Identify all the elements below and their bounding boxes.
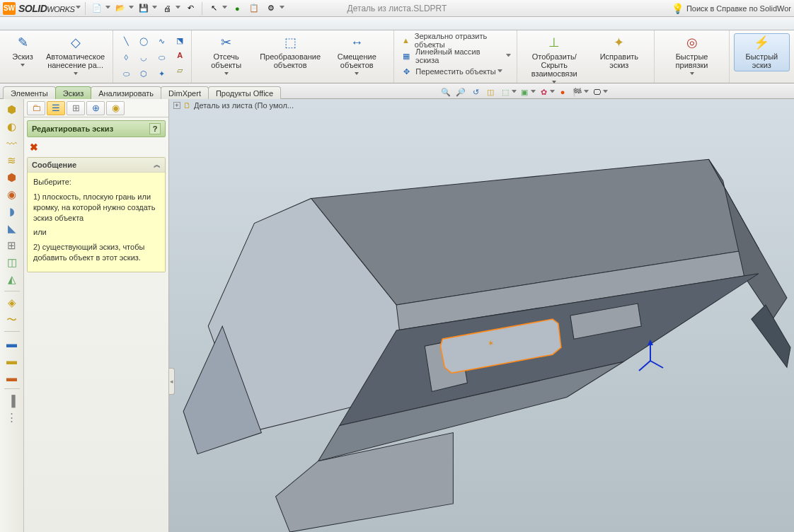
slot-tool[interactable]: ⬭: [117, 66, 134, 81]
dim-tab[interactable]: ⊕: [86, 101, 105, 115]
dropdown-icon[interactable]: [280, 6, 284, 11]
ellipse-tool[interactable]: ⬭: [153, 50, 170, 65]
mirror-entities-button[interactable]: ▲Зеркально отразить объекты: [398, 33, 512, 47]
config-tab[interactable]: ⊞: [67, 101, 85, 115]
dropdown-icon[interactable]: [105, 6, 110, 11]
line-tool[interactable]: ╲: [117, 33, 134, 49]
dropdown-icon[interactable]: [550, 90, 555, 95]
dropdown-icon[interactable]: [497, 69, 502, 74]
dropdown-icon: [74, 72, 78, 75]
display-style-icon[interactable]: ▣: [517, 85, 531, 99]
dropdown-icon[interactable]: [603, 90, 608, 95]
view-orient-icon[interactable]: ⬚: [498, 85, 512, 99]
dropdown-icon[interactable]: [512, 90, 517, 95]
message-header[interactable]: Сообщение ︽: [28, 158, 165, 173]
zoom-area-icon[interactable]: 🔎: [454, 85, 468, 99]
snaps-icon: ◎: [684, 35, 700, 51]
shell-icon[interactable]: ◫: [3, 255, 21, 270]
plane-tool[interactable]: ▱: [173, 63, 187, 77]
tab-evaluate[interactable]: Анализировать: [91, 86, 161, 99]
sweep-icon[interactable]: 〰: [3, 136, 21, 151]
hole-icon[interactable]: ◉: [3, 187, 21, 202]
rectangle-tool[interactable]: ◊: [117, 50, 134, 65]
revolve-icon[interactable]: ◐: [3, 119, 21, 134]
cut-icon[interactable]: ⬢: [3, 170, 21, 185]
help-search[interactable]: 💡 Поиск в Справке по SolidWor: [672, 3, 791, 14]
quick-snaps-button[interactable]: ◎ Быстрые привязки: [659, 33, 724, 77]
zoom-fit-icon[interactable]: 🔍: [439, 85, 453, 99]
fm-tree-tab[interactable]: 🗀: [27, 101, 45, 115]
dropdown-icon[interactable]: [152, 6, 157, 11]
settings-button[interactable]: ⚙: [264, 1, 278, 16]
sketch-label: Эскиз: [12, 52, 33, 61]
sheet3-icon[interactable]: ▬: [3, 369, 21, 385]
polygon-tool[interactable]: ⬡: [135, 66, 152, 81]
dropdown-icon[interactable]: [129, 6, 134, 11]
sketch-button[interactable]: ✎ Эскиз: [4, 33, 41, 69]
rib-icon[interactable]: ⊞: [3, 238, 21, 253]
new-file-button[interactable]: 📄: [90, 1, 104, 16]
tab-features[interactable]: Элементы: [3, 86, 56, 99]
point-tool[interactable]: ✦: [153, 66, 170, 81]
dropdown-icon[interactable]: [506, 54, 511, 59]
section-view-icon[interactable]: ◫: [483, 85, 497, 99]
rebuild-button[interactable]: ●: [230, 1, 244, 16]
pattern-feat-icon[interactable]: ⋮: [3, 410, 21, 425]
appearance-icon[interactable]: ●: [556, 85, 570, 99]
loft-icon[interactable]: ≋: [3, 153, 21, 168]
app-logo: SW: [3, 2, 16, 15]
tab-sketch[interactable]: Эскиз: [55, 86, 91, 99]
dropdown-icon: [552, 81, 556, 83]
refgeom-icon[interactable]: ◈: [3, 295, 21, 311]
options-button[interactable]: 📋: [247, 1, 261, 16]
move-entities-button[interactable]: ✥Переместить объекты: [398, 64, 512, 79]
print-button[interactable]: 🖨: [160, 1, 174, 16]
dropdown-icon[interactable]: [222, 6, 227, 11]
pm-tab[interactable]: ☰: [47, 101, 65, 115]
dropdown-icon[interactable]: [584, 90, 589, 95]
offset-button[interactable]: ↔ Смещение объектов: [324, 33, 389, 77]
menu-dropdown-icon[interactable]: [76, 6, 81, 11]
trim-button[interactable]: ✂ Отсечь объекты: [196, 33, 256, 77]
pm-cancel[interactable]: ✖: [27, 140, 166, 154]
document-title: Деталь из листа.SLDPRT: [347, 4, 447, 13]
draft-icon[interactable]: ◭: [3, 272, 21, 287]
fillet-icon[interactable]: ◗: [3, 204, 21, 219]
help-button[interactable]: ?: [149, 123, 161, 134]
tab-dimxpert[interactable]: DimXpert: [161, 86, 209, 99]
spline-tool[interactable]: ∿: [153, 33, 170, 49]
message-box: Сообщение ︽ Выберите: 1) плоскость, плос…: [27, 157, 166, 272]
hide-show-icon[interactable]: ✿: [536, 85, 551, 99]
arc-tool[interactable]: ◡: [135, 50, 152, 65]
rapid-sketch-button[interactable]: ⚡ Быстрый эскиз: [734, 33, 790, 71]
circle-tool[interactable]: ◯: [135, 33, 152, 49]
smart-dimension-button[interactable]: ◇ Автоматическое нанесение ра...: [42, 33, 108, 77]
convert-button[interactable]: ⬚ Преобразование объектов: [258, 33, 323, 71]
mirror-feat-icon[interactable]: ▐: [3, 393, 21, 408]
ribbon: ✎ Эскиз ◇ Автоматическое нанесение ра...…: [0, 30, 794, 83]
scene-icon[interactable]: 🏁: [570, 85, 585, 99]
linear-pattern-button[interactable]: ▦Линейный массив эскиза: [398, 49, 512, 63]
msg-line: 2) существующий эскиз, чтобы добавить об…: [33, 242, 159, 263]
view-settings-icon[interactable]: 🖵: [589, 85, 604, 99]
render-tab[interactable]: ◉: [106, 101, 125, 115]
prev-view-icon[interactable]: ↺: [468, 85, 483, 99]
fillet-tool[interactable]: ⬔: [173, 33, 187, 47]
save-button[interactable]: 💾: [137, 1, 151, 16]
sheet1-icon[interactable]: ▬: [3, 335, 21, 351]
tab-office[interactable]: Продукты Office: [208, 86, 281, 99]
text-tool[interactable]: A: [173, 48, 187, 62]
dropdown-icon[interactable]: [531, 90, 536, 95]
select-button[interactable]: ↖: [207, 1, 221, 16]
undo-button[interactable]: ↶: [183, 1, 197, 16]
dropdown-icon[interactable]: [176, 6, 180, 11]
pm-header: Редактировать эскиз ?: [27, 120, 166, 137]
curves-icon[interactable]: 〜: [3, 312, 21, 328]
sheet2-icon[interactable]: ▬: [3, 352, 21, 368]
open-file-button[interactable]: 📂: [113, 1, 127, 16]
graphics-viewport[interactable]: + 🗋 Деталь из листа (По умол... ◂: [169, 99, 794, 532]
display-relations-button[interactable]: ⊥ Отобразить/Скрыть взаимосвязи: [522, 33, 587, 86]
extrude-icon[interactable]: ⬢: [3, 102, 21, 117]
chamfer-icon[interactable]: ◣: [3, 221, 21, 236]
repair-sketch-button[interactable]: ✦ Исправить эскиз: [588, 33, 650, 71]
